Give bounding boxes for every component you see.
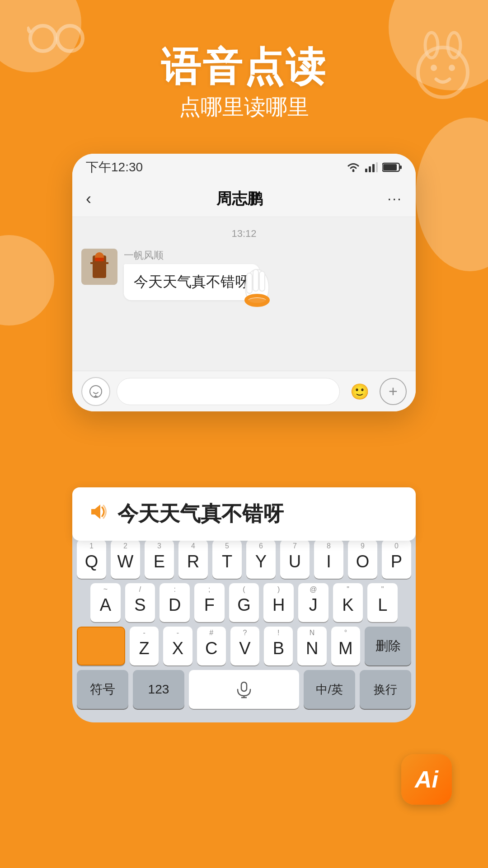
status-icons xyxy=(346,162,402,173)
microphone-icon xyxy=(235,680,253,698)
svg-rect-11 xyxy=(369,166,371,172)
tts-speaker-icon xyxy=(89,503,108,525)
symbols-key[interactable]: 符号 xyxy=(77,670,128,709)
key-A[interactable]: ~ A xyxy=(90,583,121,622)
lang-key[interactable]: 中/英 xyxy=(304,670,355,709)
svg-rect-15 xyxy=(383,164,397,170)
svg-rect-20 xyxy=(90,262,95,264)
svg-rect-26 xyxy=(259,271,265,291)
key-L[interactable]: " L xyxy=(367,583,398,622)
svg-point-9 xyxy=(352,170,355,172)
space-key[interactable] xyxy=(189,670,299,709)
keyboard-row-1: 1 Q 2 W 3 E 4 R 5 T 6 Y 7 U 8 I xyxy=(77,540,411,579)
ai-button[interactable]: Ai xyxy=(401,754,452,805)
message-content: 一帆风顺 今天天气真不错呀 xyxy=(124,249,259,300)
svg-line-3 xyxy=(27,27,30,33)
key-G[interactable]: ( G xyxy=(229,583,259,622)
key-J[interactable]: @ J xyxy=(298,583,328,622)
header-subtitle: 点哪里读哪里 xyxy=(0,93,488,122)
chat-message-row: 一帆风顺 今天天气真不错呀 xyxy=(81,249,407,300)
svg-rect-16 xyxy=(400,165,402,169)
svg-rect-22 xyxy=(95,258,104,261)
svg-rect-32 xyxy=(241,682,247,691)
chat-timestamp: 13:12 xyxy=(81,228,407,240)
key-S[interactable]: / S xyxy=(125,583,155,622)
keyboard-row-2: ~ A / S : D ; F ( G ) H @ J " K xyxy=(77,583,411,622)
chat-bubble[interactable]: 今天天气真不错呀 xyxy=(124,264,259,300)
svg-rect-12 xyxy=(372,164,375,172)
key-O[interactable]: 9 O xyxy=(348,540,377,579)
shift-key[interactable]: A /a xyxy=(77,627,125,665)
key-K[interactable]: " K xyxy=(333,583,363,622)
phone-mockup: 下午12:30 ‹ xyxy=(72,154,416,411)
keyboard: 1 Q 2 W 3 E 4 R 5 T 6 Y 7 U 8 I xyxy=(72,533,416,722)
wifi-icon xyxy=(346,162,361,173)
key-X[interactable]: - X xyxy=(163,627,192,665)
key-C[interactable]: # C xyxy=(197,627,226,665)
key-Y[interactable]: 6 Y xyxy=(246,540,276,579)
svg-rect-10 xyxy=(365,169,367,172)
key-T[interactable]: 5 T xyxy=(212,540,242,579)
status-time: 下午12:30 xyxy=(86,159,143,176)
num-key[interactable]: 123 xyxy=(133,670,184,709)
key-B[interactable]: ! B xyxy=(264,627,293,665)
key-U[interactable]: 7 U xyxy=(280,540,310,579)
return-key[interactable]: 换行 xyxy=(360,670,411,709)
key-R[interactable]: 4 R xyxy=(178,540,208,579)
voice-button[interactable] xyxy=(81,377,110,406)
plus-button[interactable]: + xyxy=(380,378,407,405)
chat-area: 13:12 一帆风顺 今天天气真不错呀 xyxy=(72,217,416,371)
voice-icon xyxy=(89,385,103,398)
nav-title: 周志鹏 xyxy=(216,189,263,209)
key-H[interactable]: ) H xyxy=(263,583,294,622)
key-D[interactable]: : D xyxy=(160,583,190,622)
svg-rect-24 xyxy=(247,273,252,293)
hand-pointer-icon xyxy=(232,259,282,314)
key-E[interactable]: 3 E xyxy=(145,540,174,579)
keyboard-row-3: A /a - Z - X # C ? V ! B N N ° xyxy=(77,627,411,665)
key-W[interactable]: 2 W xyxy=(111,540,140,579)
back-button[interactable]: ‹ xyxy=(86,189,91,208)
key-Q[interactable]: 1 Q xyxy=(77,540,106,579)
status-bar: 下午12:30 xyxy=(72,154,416,181)
tts-banner: 今天天气真不错呀 xyxy=(72,487,416,541)
svg-rect-21 xyxy=(104,262,108,264)
key-P[interactable]: 0 P xyxy=(382,540,411,579)
tts-text: 今天天气真不错呀 xyxy=(117,500,284,528)
signal-icon xyxy=(365,162,378,172)
bg-decor-circle-l xyxy=(0,235,54,326)
keyboard-row-4: 符号 123 中/英 换行 xyxy=(77,670,411,709)
key-I[interactable]: 8 I xyxy=(314,540,343,579)
svg-rect-13 xyxy=(376,162,378,172)
key-M[interactable]: ° M xyxy=(331,627,360,665)
avatar-image xyxy=(81,249,117,285)
header-area: 语音点读 点哪里读哪里 xyxy=(0,45,488,122)
bg-decor-circle-r xyxy=(416,118,488,271)
delete-key[interactable]: 删除 xyxy=(365,627,411,665)
key-Z[interactable]: - Z xyxy=(130,627,159,665)
key-F[interactable]: ; F xyxy=(194,583,225,622)
avatar xyxy=(81,249,117,285)
more-button[interactable]: ··· xyxy=(387,190,402,207)
input-bar: 🙂 + xyxy=(72,371,416,411)
key-N[interactable]: N N xyxy=(297,627,326,665)
text-input-field[interactable] xyxy=(117,378,340,405)
emoji-button[interactable]: 🙂 xyxy=(346,378,373,405)
svg-rect-25 xyxy=(253,269,258,291)
nav-bar: ‹ 周志鹏 ··· xyxy=(72,181,416,217)
header-title: 语音点读 xyxy=(0,45,488,89)
battery-icon xyxy=(382,162,402,172)
key-V[interactable]: ? V xyxy=(230,627,259,665)
